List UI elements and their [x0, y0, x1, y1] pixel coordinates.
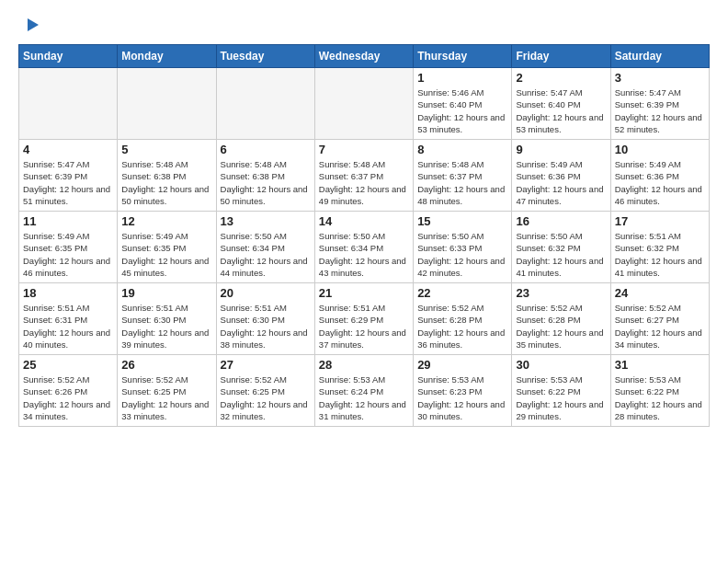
day-number: 19 — [121, 286, 211, 300]
calendar-cell: 1Sunrise: 5:46 AMSunset: 6:40 PMDaylight… — [414, 68, 512, 140]
calendar-cell: 23Sunrise: 5:52 AMSunset: 6:28 PMDayligh… — [512, 283, 610, 355]
weekday-header: Friday — [512, 45, 610, 68]
day-number: 27 — [221, 358, 311, 372]
svg-marker-0 — [28, 18, 39, 31]
day-detail: Sunrise: 5:52 AMSunset: 6:26 PMDaylight:… — [23, 373, 113, 422]
calendar-cell: 4Sunrise: 5:47 AMSunset: 6:39 PMDaylight… — [19, 140, 118, 212]
week-row: 11Sunrise: 5:49 AMSunset: 6:35 PMDayligh… — [19, 212, 710, 283]
day-detail: Sunrise: 5:52 AMSunset: 6:25 PMDaylight:… — [221, 373, 311, 422]
day-detail: Sunrise: 5:53 AMSunset: 6:22 PMDaylight:… — [516, 373, 606, 422]
calendar-cell: 8Sunrise: 5:48 AMSunset: 6:37 PMDaylight… — [414, 140, 512, 212]
calendar-cell: 26Sunrise: 5:52 AMSunset: 6:25 PMDayligh… — [118, 355, 216, 427]
day-number: 7 — [319, 143, 409, 156]
day-number: 20 — [221, 286, 311, 300]
calendar-cell: 28Sunrise: 5:53 AMSunset: 6:24 PMDayligh… — [314, 355, 413, 427]
calendar-cell: 16Sunrise: 5:50 AMSunset: 6:32 PMDayligh… — [512, 212, 610, 283]
day-detail: Sunrise: 5:48 AMSunset: 6:38 PMDaylight:… — [121, 158, 211, 207]
day-detail: Sunrise: 5:50 AMSunset: 6:32 PMDaylight:… — [516, 230, 606, 279]
day-number: 2 — [516, 71, 606, 85]
day-detail: Sunrise: 5:46 AMSunset: 6:40 PMDaylight:… — [417, 86, 507, 135]
day-detail: Sunrise: 5:51 AMSunset: 6:30 PMDaylight:… — [221, 302, 311, 350]
day-number: 15 — [417, 214, 507, 228]
week-row: 18Sunrise: 5:51 AMSunset: 6:31 PMDayligh… — [19, 283, 710, 355]
day-number: 11 — [23, 214, 113, 228]
day-detail: Sunrise: 5:49 AMSunset: 6:36 PMDaylight:… — [615, 158, 705, 207]
calendar-cell: 11Sunrise: 5:49 AMSunset: 6:35 PMDayligh… — [19, 212, 118, 283]
calendar-cell: 9Sunrise: 5:49 AMSunset: 6:36 PMDaylight… — [512, 140, 610, 212]
day-detail: Sunrise: 5:49 AMSunset: 6:35 PMDaylight:… — [23, 230, 113, 279]
day-number: 17 — [615, 214, 705, 228]
calendar-cell: 24Sunrise: 5:52 AMSunset: 6:27 PMDayligh… — [610, 283, 709, 355]
weekday-header: Saturday — [610, 45, 709, 68]
weekday-header: Thursday — [414, 45, 512, 68]
calendar-cell: 2Sunrise: 5:47 AMSunset: 6:40 PMDaylight… — [512, 68, 610, 140]
day-number: 9 — [516, 143, 606, 156]
calendar-cell: 31Sunrise: 5:53 AMSunset: 6:22 PMDayligh… — [610, 355, 709, 427]
calendar-cell: 21Sunrise: 5:51 AMSunset: 6:29 PMDayligh… — [314, 283, 413, 355]
weekday-header: Tuesday — [216, 45, 314, 68]
calendar-cell: 5Sunrise: 5:48 AMSunset: 6:38 PMDaylight… — [118, 140, 216, 212]
calendar-cell: 12Sunrise: 5:49 AMSunset: 6:35 PMDayligh… — [118, 212, 216, 283]
calendar-cell: 17Sunrise: 5:51 AMSunset: 6:32 PMDayligh… — [610, 212, 709, 283]
calendar-cell: 10Sunrise: 5:49 AMSunset: 6:36 PMDayligh… — [610, 140, 709, 212]
weekday-header: Monday — [118, 45, 216, 68]
day-number: 25 — [23, 358, 113, 372]
day-number: 29 — [417, 358, 507, 372]
calendar-cell: 3Sunrise: 5:47 AMSunset: 6:39 PMDaylight… — [610, 68, 709, 140]
day-detail: Sunrise: 5:51 AMSunset: 6:31 PMDaylight:… — [23, 302, 113, 350]
calendar-cell: 14Sunrise: 5:50 AMSunset: 6:34 PMDayligh… — [314, 212, 413, 283]
calendar-cell — [216, 68, 314, 140]
day-number: 31 — [615, 358, 705, 372]
day-detail: Sunrise: 5:48 AMSunset: 6:37 PMDaylight:… — [417, 158, 507, 207]
day-number: 22 — [417, 286, 507, 300]
day-detail: Sunrise: 5:50 AMSunset: 6:34 PMDaylight:… — [221, 230, 311, 279]
calendar-cell — [314, 68, 413, 140]
day-detail: Sunrise: 5:50 AMSunset: 6:34 PMDaylight:… — [319, 230, 409, 279]
weekday-header: Wednesday — [314, 45, 413, 68]
day-number: 16 — [516, 214, 606, 228]
calendar-cell: 18Sunrise: 5:51 AMSunset: 6:31 PMDayligh… — [19, 283, 118, 355]
calendar-cell — [19, 68, 118, 140]
calendar-cell: 22Sunrise: 5:52 AMSunset: 6:28 PMDayligh… — [414, 283, 512, 355]
day-number: 6 — [221, 143, 311, 156]
calendar-cell: 19Sunrise: 5:51 AMSunset: 6:30 PMDayligh… — [118, 283, 216, 355]
day-detail: Sunrise: 5:47 AMSunset: 6:40 PMDaylight:… — [516, 86, 606, 135]
week-row: 1Sunrise: 5:46 AMSunset: 6:40 PMDaylight… — [19, 68, 710, 140]
day-detail: Sunrise: 5:51 AMSunset: 6:30 PMDaylight:… — [121, 302, 211, 350]
calendar-cell — [118, 68, 216, 140]
day-detail: Sunrise: 5:53 AMSunset: 6:23 PMDaylight:… — [417, 373, 507, 422]
calendar-cell: 6Sunrise: 5:48 AMSunset: 6:38 PMDaylight… — [216, 140, 314, 212]
day-detail: Sunrise: 5:52 AMSunset: 6:25 PMDaylight:… — [121, 373, 211, 422]
day-detail: Sunrise: 5:52 AMSunset: 6:28 PMDaylight:… — [417, 302, 507, 350]
day-number: 8 — [417, 143, 507, 156]
day-number: 1 — [417, 71, 507, 85]
day-detail: Sunrise: 5:50 AMSunset: 6:33 PMDaylight:… — [417, 230, 507, 279]
day-detail: Sunrise: 5:49 AMSunset: 6:36 PMDaylight:… — [516, 158, 606, 207]
day-number: 28 — [319, 358, 409, 372]
logo — [18, 15, 40, 35]
day-number: 30 — [516, 358, 606, 372]
day-number: 12 — [121, 214, 211, 228]
calendar-cell: 7Sunrise: 5:48 AMSunset: 6:37 PMDaylight… — [314, 140, 413, 212]
day-number: 21 — [319, 286, 409, 300]
weekday-header-row: SundayMondayTuesdayWednesdayThursdayFrid… — [19, 45, 710, 68]
day-detail: Sunrise: 5:51 AMSunset: 6:32 PMDaylight:… — [615, 230, 705, 279]
week-row: 25Sunrise: 5:52 AMSunset: 6:26 PMDayligh… — [19, 355, 710, 427]
day-number: 13 — [221, 214, 311, 228]
day-number: 14 — [319, 214, 409, 228]
day-detail: Sunrise: 5:53 AMSunset: 6:24 PMDaylight:… — [319, 373, 409, 422]
header — [18, 15, 710, 35]
day-detail: Sunrise: 5:53 AMSunset: 6:22 PMDaylight:… — [615, 373, 705, 422]
day-detail: Sunrise: 5:48 AMSunset: 6:38 PMDaylight:… — [221, 158, 311, 207]
day-detail: Sunrise: 5:52 AMSunset: 6:28 PMDaylight:… — [516, 302, 606, 350]
calendar-page: SundayMondayTuesdayWednesdayThursdayFrid… — [0, 0, 728, 563]
day-detail: Sunrise: 5:51 AMSunset: 6:29 PMDaylight:… — [319, 302, 409, 350]
day-number: 26 — [121, 358, 211, 372]
calendar-cell: 13Sunrise: 5:50 AMSunset: 6:34 PMDayligh… — [216, 212, 314, 283]
day-detail: Sunrise: 5:52 AMSunset: 6:27 PMDaylight:… — [615, 302, 705, 350]
calendar-cell: 15Sunrise: 5:50 AMSunset: 6:33 PMDayligh… — [414, 212, 512, 283]
day-number: 24 — [615, 286, 705, 300]
day-number: 23 — [516, 286, 606, 300]
weekday-header: Sunday — [19, 45, 118, 68]
day-number: 3 — [615, 71, 705, 85]
